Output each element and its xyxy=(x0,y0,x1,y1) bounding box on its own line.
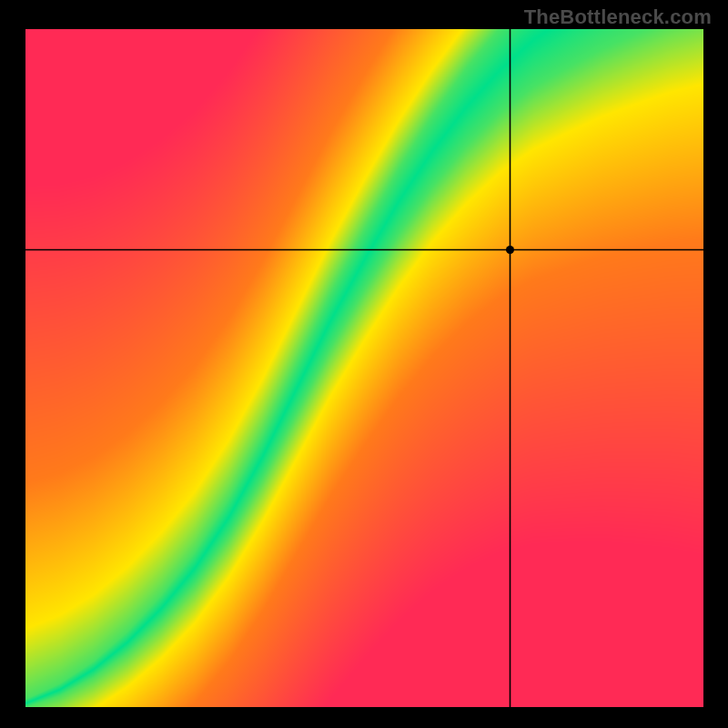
heatmap-canvas xyxy=(25,29,703,707)
watermark-text: TheBottleneck.com xyxy=(524,5,712,29)
chart-frame: TheBottleneck.com xyxy=(0,0,728,728)
